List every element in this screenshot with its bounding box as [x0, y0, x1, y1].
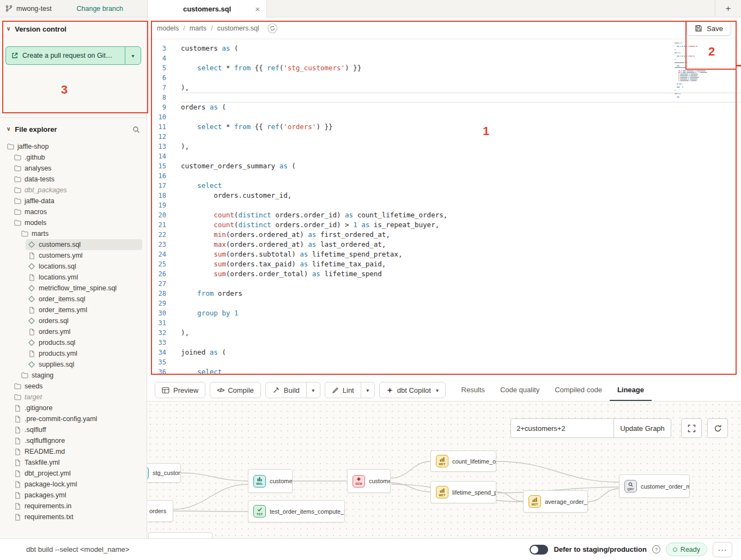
tree-item-seeds[interactable]: seeds: [11, 381, 142, 392]
create-pr-button[interactable]: Create a pull request on Git…: [5, 46, 125, 65]
fullscreen-button[interactable]: [681, 418, 702, 438]
tree-item-macros[interactable]: macros: [11, 206, 142, 217]
file-explorer-header[interactable]: ∨ File explorer: [0, 118, 147, 138]
lineage-node-met-lifetime-spend-pretax[interactable]: METlifetime_spend_pretax: [430, 481, 496, 503]
tab-compiled-code[interactable]: Compiled code: [547, 379, 610, 401]
breadcrumb-segment[interactable]: models: [157, 25, 179, 32]
compile-label: Compile: [228, 386, 254, 394]
lineage-node-mdl-orders[interactable]: MDLorders: [147, 500, 173, 522]
ready-dot-icon: [673, 547, 677, 552]
breadcrumb-segment[interactable]: marts: [190, 25, 206, 32]
tree-item-locations-yml[interactable]: locations.yml: [26, 272, 142, 283]
dbt-copilot-button[interactable]: dbt Copilot ▾: [379, 382, 446, 398]
lineage-node-partial[interactable]: [148, 532, 212, 538]
help-icon[interactable]: ?: [652, 545, 660, 553]
tree-item-order-items-sql[interactable]: order_items.sql: [26, 294, 142, 305]
lineage-node-met-average-order-value[interactable]: METaverage_order_value: [523, 490, 588, 513]
build-dropdown-button[interactable]: ▾: [306, 382, 320, 398]
tab-code-quality[interactable]: Code quality: [493, 379, 547, 401]
tree-item-requirements-txt[interactable]: requirements.txt: [11, 512, 142, 522]
tree-item-taskfile-yml[interactable]: Taskfile.yml: [11, 457, 142, 468]
update-graph-button[interactable]: Update Graph: [614, 418, 671, 438]
build-split-button: Build ▾: [265, 382, 320, 398]
tab-customers-sql[interactable]: customers.sql ×: [147, 0, 267, 18]
line-number: 10: [147, 112, 166, 122]
tree-item-analyses[interactable]: analyses: [11, 163, 142, 174]
tree-item-sqlfluffignore[interactable]: .sqlfluffignore: [11, 435, 142, 446]
tree-item-products-sql[interactable]: products.sql: [26, 337, 142, 348]
tree-item-github[interactable]: .github: [11, 152, 142, 163]
defer-toggle[interactable]: [530, 545, 548, 555]
lineage-node-mdl-customers[interactable]: MDLcustomers: [248, 469, 293, 493]
create-pr-dropdown-button[interactable]: ▾: [125, 46, 141, 65]
preview-button[interactable]: Preview: [155, 382, 205, 398]
line-number: 4: [147, 53, 166, 63]
change-branch-link[interactable]: Change branch: [77, 5, 123, 13]
search-icon[interactable]: [132, 126, 140, 133]
tree-item-target[interactable]: target: [11, 392, 142, 403]
chevron-down-icon: ∨: [7, 126, 10, 132]
tree-item-models[interactable]: models: [11, 217, 142, 228]
tree-item-pre-commit-config-yaml[interactable]: .pre-commit-config.yaml: [11, 413, 142, 424]
tree-item-readme-md[interactable]: README.md: [11, 446, 142, 457]
tree-item-supplies-sql[interactable]: supplies.sql: [26, 359, 142, 370]
tree-item-locations-sql[interactable]: locations.sql: [26, 261, 142, 272]
code-line: ),: [181, 328, 741, 338]
save-button[interactable]: Save: [687, 21, 731, 36]
lineage-selector-input[interactable]: [511, 418, 614, 438]
line-number: 36: [147, 367, 166, 377]
tab-lineage[interactable]: Lineage: [610, 379, 652, 401]
model-icon: [28, 318, 35, 324]
tree-item-label: orders.sql: [39, 317, 69, 325]
tree-item-label: .sqlfluff: [25, 426, 46, 434]
tree-item-customers-sql[interactable]: customers.sql: [26, 239, 142, 250]
tree-item-orders-yml[interactable]: orders.yml: [26, 326, 142, 337]
lint-dropdown-button[interactable]: ▾: [361, 382, 375, 398]
code-line: [181, 151, 741, 161]
lint-button[interactable]: Lint: [325, 382, 361, 398]
sync-status-icon[interactable]: [267, 23, 278, 34]
code-line: [181, 93, 741, 102]
tree-item-requirements-in[interactable]: requirements.in: [11, 501, 142, 512]
tree-item-orders-sql[interactable]: orders.sql: [26, 315, 142, 326]
tree-item-order-items-yml[interactable]: order_items.yml: [26, 305, 142, 315]
more-options-button[interactable]: ···: [713, 542, 732, 557]
code-line: [181, 357, 741, 367]
refresh-button[interactable]: [707, 418, 728, 438]
tree-item-products-yml[interactable]: products.yml: [26, 348, 142, 359]
lineage-node-met-count-lifetime-orders[interactable]: METcount_lifetime_orders: [430, 451, 496, 472]
lineage-node-mdl-stg-customers[interactable]: MDLstg_customers: [147, 463, 181, 483]
tree-item-data-tests[interactable]: data-tests: [11, 174, 142, 185]
tree-item-packages-yml[interactable]: packages.yml: [11, 490, 142, 501]
status-badge[interactable]: Ready: [666, 543, 707, 556]
build-button[interactable]: Build: [265, 382, 307, 398]
code-lines[interactable]: customers as ( select * from {{ ref('stg…: [173, 44, 741, 379]
compile-button[interactable]: </> Compile: [210, 382, 261, 398]
tree-item-gitignore[interactable]: .gitignore: [11, 403, 142, 413]
tab-results[interactable]: Results: [454, 379, 493, 401]
file-icon: [14, 470, 21, 477]
tree-item-jaffle-shop[interactable]: jaffle-shop: [4, 141, 142, 152]
line-number: 12: [147, 132, 166, 142]
minimap[interactable]: [675, 42, 722, 98]
tree-item-marts[interactable]: marts: [19, 228, 142, 239]
lineage-node-qry-customer-order-metrics[interactable]: QRYcustomer_order_metrics: [619, 474, 690, 498]
lineage-node-sem-customers[interactable]: SEMcustomers: [347, 469, 391, 493]
tree-item-staging[interactable]: staging: [19, 370, 142, 381]
tree-item-customers-yml[interactable]: customers.yml: [26, 250, 142, 261]
breadcrumb-segment[interactable]: customers.sql: [217, 25, 259, 32]
gutter: 3456789101112131415161718192021222324252…: [147, 44, 173, 379]
folder-icon: [14, 165, 21, 172]
tree-item-dbt-packages[interactable]: dbt_packages: [11, 185, 142, 196]
new-tab-button[interactable]: +: [715, 0, 741, 17]
close-icon[interactable]: ×: [255, 5, 260, 13]
tree-item-jaffle-data[interactable]: jaffle-data: [11, 196, 142, 206]
version-control-header[interactable]: ∨ Version control: [0, 17, 147, 38]
tree-item-sqlfluff[interactable]: .sqlfluff: [11, 424, 142, 435]
tree-item-package-lock-yml[interactable]: package-lock.yml: [11, 479, 142, 490]
tree-item-metricflow-time-spine-sql[interactable]: metricflow_time_spine.sql: [26, 283, 142, 294]
code-editor[interactable]: 3456789101112131415161718192021222324252…: [147, 39, 741, 379]
tree-item-dbt-project-yml[interactable]: dbt_project.yml: [11, 468, 142, 479]
met-badge-icon: MET: [529, 495, 541, 508]
lineage-node-tst-test-order-items-compute-to-bools[interactable]: TSTtest_order_items_compute_to_bools...: [248, 500, 345, 522]
